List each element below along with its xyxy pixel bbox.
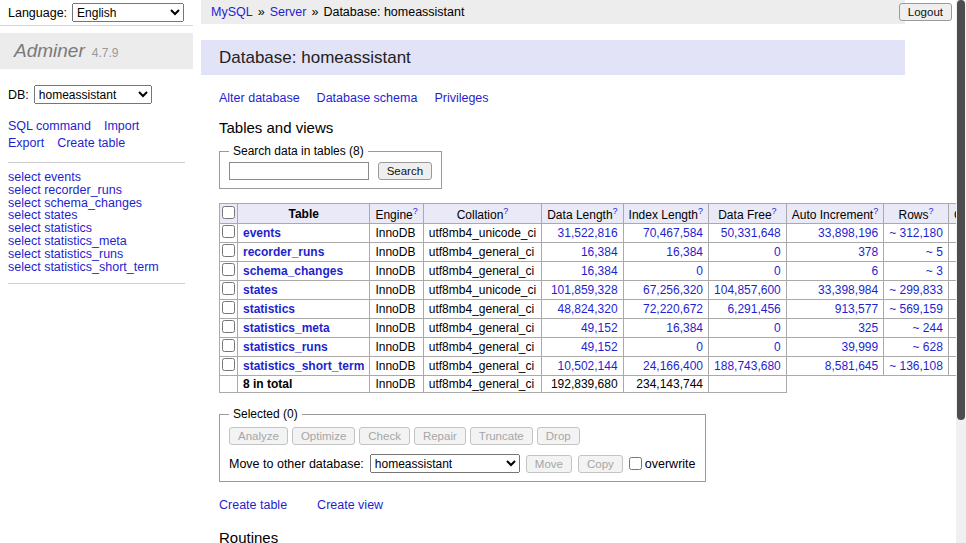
optimize-button[interactable]: Optimize <box>292 427 355 445</box>
table-name-link[interactable]: states <box>243 283 278 297</box>
data-free-link[interactable]: 0 <box>774 321 781 335</box>
rows-count-link[interactable]: ~ 299,833 <box>889 283 943 297</box>
help-icon[interactable]: ? <box>413 206 418 216</box>
help-icon[interactable]: ? <box>613 206 618 216</box>
row-checkbox[interactable] <box>222 358 235 371</box>
sidebar-link-export[interactable]: Export <box>8 136 44 150</box>
adminer-logo[interactable]: Adminer <box>14 40 85 62</box>
auto-increment-link[interactable]: 325 <box>858 321 878 335</box>
scrollbar-thumb[interactable] <box>957 0 965 420</box>
repair-button[interactable]: Repair <box>414 427 466 445</box>
search-input[interactable] <box>229 162 369 180</box>
auto-increment-link[interactable]: 6 <box>871 264 878 278</box>
auto-increment-link[interactable]: 39,999 <box>841 340 878 354</box>
rows-count-link[interactable]: ~ 312,180 <box>889 226 943 240</box>
help-icon[interactable]: ? <box>698 206 703 216</box>
move-button[interactable]: Move <box>526 455 572 473</box>
help-icon[interactable]: ? <box>873 206 878 216</box>
index-length-link[interactable]: 24,166,400 <box>643 359 703 373</box>
sidebar-link-import[interactable]: Import <box>104 119 139 133</box>
row-checkbox[interactable] <box>222 263 235 276</box>
language-select[interactable]: English <box>72 3 184 22</box>
auto-increment-link[interactable]: 913,577 <box>835 302 878 316</box>
drop-button[interactable]: Drop <box>537 427 580 445</box>
row-checkbox[interactable] <box>222 225 235 238</box>
auto-increment-link[interactable]: 33,898,196 <box>818 226 878 240</box>
auto-increment-link[interactable]: 378 <box>858 245 878 259</box>
data-length-link[interactable]: 48,824,320 <box>558 302 618 316</box>
copy-button[interactable]: Copy <box>578 455 623 473</box>
row-checkbox[interactable] <box>222 339 235 352</box>
data-length-link[interactable]: 10,502,144 <box>558 359 618 373</box>
totals-row: 8 in total InnoDB utf8mb4_general_ci 192… <box>220 376 966 393</box>
data-free-link[interactable]: 104,857,600 <box>714 283 781 297</box>
index-length-link[interactable]: 70,467,584 <box>643 226 703 240</box>
data-length-link[interactable]: 49,152 <box>581 340 618 354</box>
data-length-link[interactable]: 31,522,816 <box>558 226 618 240</box>
sidebar-link-create-table[interactable]: Create table <box>57 136 125 150</box>
table-name-link[interactable]: statistics_meta <box>243 321 330 335</box>
analyze-button[interactable]: Analyze <box>229 427 288 445</box>
check-button[interactable]: Check <box>359 427 410 445</box>
rows-count-link[interactable]: ~ 5 <box>926 245 943 259</box>
rows-count-link[interactable]: ~ 136,108 <box>889 359 943 373</box>
sidebar-item-select-events[interactable]: select events <box>8 171 185 184</box>
breadcrumb-link-mysql[interactable]: MySQL <box>211 5 253 19</box>
table-name-link[interactable]: events <box>243 226 281 240</box>
auto-increment-link[interactable]: 8,581,645 <box>825 359 878 373</box>
sidebar-item-select-statistics-short-term[interactable]: select statistics_short_term <box>8 261 185 274</box>
breadcrumb-link-server[interactable]: Server <box>270 5 307 19</box>
data-free-link[interactable]: 6,291,456 <box>727 302 780 316</box>
table-name-link[interactable]: schema_changes <box>243 264 343 278</box>
truncate-button[interactable]: Truncate <box>470 427 533 445</box>
row-checkbox[interactable] <box>222 282 235 295</box>
help-icon[interactable]: ? <box>772 206 777 216</box>
index-length-link[interactable]: 0 <box>696 264 703 278</box>
sidebar-item-select-statistics-runs[interactable]: select statistics_runs <box>8 248 185 261</box>
rows-count-link[interactable]: ~ 569,159 <box>889 302 943 316</box>
privileges-link[interactable]: Privileges <box>434 91 488 105</box>
index-length-link[interactable]: 72,220,672 <box>643 302 703 316</box>
move-db-select[interactable]: homeassistant <box>370 454 520 473</box>
row-checkbox[interactable] <box>222 320 235 333</box>
search-button[interactable]: Search <box>378 162 432 180</box>
row-checkbox[interactable] <box>222 244 235 257</box>
help-icon[interactable]: ? <box>929 206 934 216</box>
sidebar-item-select-recorder-runs[interactable]: select recorder_runs <box>8 184 185 197</box>
auto-increment-link[interactable]: 33,398,984 <box>818 283 878 297</box>
help-icon[interactable]: ? <box>503 206 508 216</box>
rows-count-link[interactable]: ~ 628 <box>913 340 943 354</box>
data-length-link[interactable]: 16,384 <box>581 264 618 278</box>
data-free-link[interactable]: 0 <box>774 245 781 259</box>
db-select[interactable]: homeassistant <box>34 85 152 104</box>
index-length-link[interactable]: 0 <box>696 340 703 354</box>
data-length-link[interactable]: 49,152 <box>581 321 618 335</box>
create-view-link[interactable]: Create view <box>317 498 383 512</box>
table-name-link[interactable]: statistics_short_term <box>243 359 364 373</box>
index-length-link[interactable]: 67,256,320 <box>643 283 703 297</box>
sidebar-item-select-statistics-meta[interactable]: select statistics_meta <box>8 235 185 248</box>
create-table-link[interactable]: Create table <box>219 498 287 512</box>
database-schema-link[interactable]: Database schema <box>317 91 418 105</box>
alter-database-link[interactable]: Alter database <box>219 91 300 105</box>
data-free-link[interactable]: 50,331,648 <box>721 226 781 240</box>
logout-button[interactable]: Logout <box>899 3 952 21</box>
index-length-link[interactable]: 16,384 <box>666 245 703 259</box>
table-name-link[interactable]: statistics <box>243 302 295 316</box>
rows-count-link[interactable]: ~ 244 <box>913 321 943 335</box>
select-all-checkbox[interactable] <box>222 206 235 219</box>
adminer-version[interactable]: 4.7.9 <box>92 46 119 60</box>
table-name-link[interactable]: recorder_runs <box>243 245 324 259</box>
table-name-link[interactable]: statistics_runs <box>243 340 328 354</box>
vertical-scrollbar[interactable] <box>956 0 966 543</box>
data-free-link[interactable]: 0 <box>774 264 781 278</box>
data-free-link[interactable]: 0 <box>774 340 781 354</box>
index-length-link[interactable]: 16,384 <box>666 321 703 335</box>
row-checkbox[interactable] <box>222 301 235 314</box>
rows-count-link[interactable]: ~ 3 <box>926 264 943 278</box>
overwrite-checkbox[interactable] <box>629 457 642 470</box>
data-length-link[interactable]: 101,859,328 <box>551 283 618 297</box>
sidebar-link-sql-command[interactable]: SQL command <box>8 119 91 133</box>
data-free-link[interactable]: 188,743,680 <box>714 359 781 373</box>
data-length-link[interactable]: 16,384 <box>581 245 618 259</box>
